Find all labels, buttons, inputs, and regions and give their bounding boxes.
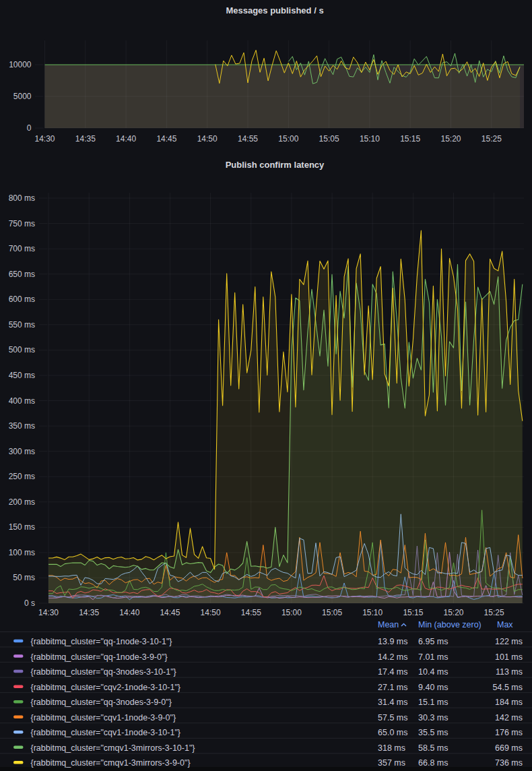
svg-text:15:05: 15:05 <box>322 608 342 617</box>
svg-text:50 ms: 50 ms <box>13 573 35 582</box>
svg-text:15:10: 15:10 <box>362 608 383 617</box>
svg-text:54.5 ms: 54.5 ms <box>493 683 523 692</box>
svg-text:100 ms: 100 ms <box>9 548 35 557</box>
svg-text:15:00: 15:00 <box>278 134 298 144</box>
svg-text:14:30: 14:30 <box>38 608 59 617</box>
svg-text:14:40: 14:40 <box>116 134 136 144</box>
svg-text:{rabbitmq_cluster="cqv1-1node-: {rabbitmq_cluster="cqv1-1node-3-9-0"} <box>31 713 176 722</box>
svg-text:600 ms: 600 ms <box>9 295 35 304</box>
svg-text:66.8 ms: 66.8 ms <box>418 758 448 768</box>
svg-text:176 ms: 176 ms <box>495 728 523 737</box>
svg-text:{rabbitmq_cluster="cqv2-1node-: {rabbitmq_cluster="cqv2-1node-3-10-1"} <box>31 683 181 692</box>
svg-text:14:30: 14:30 <box>34 134 55 144</box>
svg-text:13.9 ms: 13.9 ms <box>378 637 407 646</box>
svg-text:101 ms: 101 ms <box>495 652 523 662</box>
svg-text:6.95 ms: 6.95 ms <box>418 637 448 646</box>
svg-text:15:10: 15:10 <box>360 134 380 144</box>
svg-text:142 ms: 142 ms <box>495 713 523 722</box>
svg-text:{rabbitmq_cluster="qq-3nodes-3: {rabbitmq_cluster="qq-3nodes-3-9-0"} <box>31 698 172 707</box>
svg-text:14:50: 14:50 <box>197 134 218 144</box>
svg-text:0: 0 <box>27 123 32 133</box>
svg-text:650 ms: 650 ms <box>9 270 35 279</box>
svg-text:15:25: 15:25 <box>481 134 502 144</box>
svg-text:400 ms: 400 ms <box>9 396 35 406</box>
svg-text:350 ms: 350 ms <box>9 421 35 431</box>
svg-text:300 ms: 300 ms <box>9 447 35 456</box>
svg-text:10.4 ms: 10.4 ms <box>418 667 448 677</box>
svg-text:150 ms: 150 ms <box>9 522 35 532</box>
svg-text:{rabbitmq_cluster="cmqv1-3mirr: {rabbitmq_cluster="cmqv1-3mirrors-3-9-0"… <box>31 758 191 768</box>
svg-text:15:15: 15:15 <box>400 134 420 144</box>
svg-text:27.1 ms: 27.1 ms <box>378 683 407 692</box>
svg-text:200 ms: 200 ms <box>9 497 35 507</box>
svg-text:14:35: 14:35 <box>79 608 99 617</box>
svg-text:57.5 ms: 57.5 ms <box>378 713 407 722</box>
svg-text:113 ms: 113 ms <box>496 667 523 677</box>
svg-text:15:00: 15:00 <box>281 608 302 617</box>
svg-text:14:45: 14:45 <box>156 134 176 144</box>
svg-text:31.4 ms: 31.4 ms <box>378 698 407 707</box>
svg-text:0 s: 0 s <box>24 598 35 608</box>
svg-text:15:15: 15:15 <box>403 608 423 617</box>
svg-text:669 ms: 669 ms <box>495 743 523 753</box>
svg-text:14:50: 14:50 <box>201 608 221 617</box>
svg-text:357 ms: 357 ms <box>378 758 405 768</box>
svg-text:35.5 ms: 35.5 ms <box>418 728 448 737</box>
svg-text:15:25: 15:25 <box>484 608 504 617</box>
svg-text:450 ms: 450 ms <box>9 371 35 380</box>
svg-text:10000: 10000 <box>9 60 32 69</box>
svg-text:15:05: 15:05 <box>319 134 339 144</box>
svg-text:15.1 ms: 15.1 ms <box>418 698 448 707</box>
svg-text:Mean: Mean <box>378 620 399 629</box>
svg-text:Max: Max <box>497 620 513 629</box>
svg-text:800 ms: 800 ms <box>9 193 35 203</box>
svg-text:500 ms: 500 ms <box>9 345 35 354</box>
svg-text:30.3 ms: 30.3 ms <box>418 713 448 722</box>
svg-text:58.5 ms: 58.5 ms <box>418 743 448 753</box>
svg-text:7.01 ms: 7.01 ms <box>418 652 448 662</box>
svg-text:14:55: 14:55 <box>238 134 258 144</box>
svg-text:{rabbitmq_cluster="qq-3nodes-3: {rabbitmq_cluster="qq-3nodes-3-10-1"} <box>31 667 176 677</box>
svg-text:184 ms: 184 ms <box>495 698 523 707</box>
svg-text:{rabbitmq_cluster="qq-1node-3-: {rabbitmq_cluster="qq-1node-3-10-1"} <box>31 637 172 646</box>
svg-text:15:20: 15:20 <box>443 608 463 617</box>
svg-text:14:55: 14:55 <box>241 608 261 617</box>
svg-text:5000: 5000 <box>13 92 32 101</box>
svg-text:14:45: 14:45 <box>160 608 180 617</box>
svg-text:65.0 ms: 65.0 ms <box>378 728 407 737</box>
svg-text:15:20: 15:20 <box>440 134 461 144</box>
svg-text:14.2 ms: 14.2 ms <box>378 652 407 662</box>
svg-text:750 ms: 750 ms <box>9 219 35 228</box>
svg-text:122 ms: 122 ms <box>495 637 523 646</box>
svg-text:{rabbitmq_cluster="cmqv1-3mirr: {rabbitmq_cluster="cmqv1-3mirrors-3-10-1… <box>31 743 195 753</box>
svg-text:700 ms: 700 ms <box>9 244 35 253</box>
svg-text:14:35: 14:35 <box>75 134 96 144</box>
svg-text:{rabbitmq_cluster="qq-1node-3-: {rabbitmq_cluster="qq-1node-3-9-0"} <box>31 652 168 662</box>
svg-text:Messages published / s: Messages published / s <box>226 5 323 16</box>
svg-text:736 ms: 736 ms <box>495 758 523 768</box>
svg-text:14:40: 14:40 <box>119 608 139 617</box>
svg-text:9.40 ms: 9.40 ms <box>418 683 448 692</box>
svg-text:{rabbitmq_cluster="cqv1-1node-: {rabbitmq_cluster="cqv1-1node-3-10-1"} <box>31 728 181 737</box>
svg-text:17.4 ms: 17.4 ms <box>378 667 407 677</box>
svg-text:550 ms: 550 ms <box>9 320 35 330</box>
svg-text:Publish confirm latency: Publish confirm latency <box>226 160 325 170</box>
svg-text:Min (above zero): Min (above zero) <box>418 620 481 629</box>
svg-text:318 ms: 318 ms <box>378 743 405 753</box>
svg-text:250 ms: 250 ms <box>9 472 35 481</box>
